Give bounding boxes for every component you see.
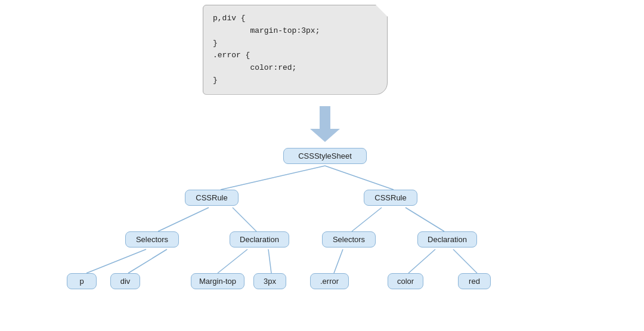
svg-line-1 xyxy=(325,166,394,190)
code-line-4: .error { xyxy=(213,51,250,60)
svg-line-11 xyxy=(408,249,435,273)
node-leaf-red: red xyxy=(458,273,491,289)
svg-line-5 xyxy=(405,208,444,231)
arrow-shaft xyxy=(320,106,330,130)
node-leaf-p: p xyxy=(67,273,97,289)
svg-line-8 xyxy=(218,249,247,273)
code-snippet: p,div { margin-top:3px; } .error { color… xyxy=(203,5,388,95)
node-declaration-1: Declaration xyxy=(230,231,289,248)
code-line-3: } xyxy=(213,39,218,48)
code-line-5: color:red; xyxy=(213,63,296,72)
node-leaf-margin-top: Margin-top xyxy=(191,273,244,289)
arrow-head xyxy=(310,129,340,142)
svg-line-9 xyxy=(268,249,271,273)
node-selectors-2: Selectors xyxy=(322,231,376,248)
node-cssrule-2: CSSRule xyxy=(364,190,417,206)
svg-line-2 xyxy=(158,208,209,231)
node-leaf-error: .error xyxy=(310,273,349,289)
code-line-6: } xyxy=(213,76,218,85)
node-leaf-color: color xyxy=(388,273,423,289)
svg-line-6 xyxy=(86,249,146,273)
node-selectors-1: Selectors xyxy=(125,231,179,248)
node-cssrule-1: CSSRule xyxy=(185,190,239,206)
svg-line-12 xyxy=(453,249,477,273)
svg-line-7 xyxy=(128,249,167,273)
svg-line-10 xyxy=(334,249,343,273)
code-line-1: p,div { xyxy=(213,14,246,23)
node-css-stylesheet: CSSStyleSheet xyxy=(283,148,367,164)
svg-line-4 xyxy=(352,208,382,231)
code-line-2: margin-top:3px; xyxy=(213,26,320,35)
svg-line-0 xyxy=(221,166,325,190)
node-leaf-div: div xyxy=(110,273,140,289)
node-leaf-3px: 3px xyxy=(253,273,286,289)
svg-line-3 xyxy=(233,208,256,231)
node-declaration-2: Declaration xyxy=(417,231,477,248)
